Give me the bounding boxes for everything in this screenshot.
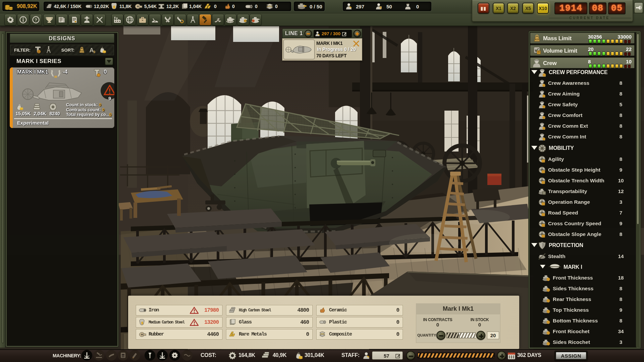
svg-text:KG: KG	[80, 50, 84, 52]
svg-text:?: ?	[35, 17, 37, 22]
svg-text:KG: KG	[535, 38, 539, 41]
svg-text:?: ?	[538, 51, 540, 54]
svg-text:A: A	[89, 47, 94, 54]
svg-text:1: 1	[38, 51, 40, 53]
